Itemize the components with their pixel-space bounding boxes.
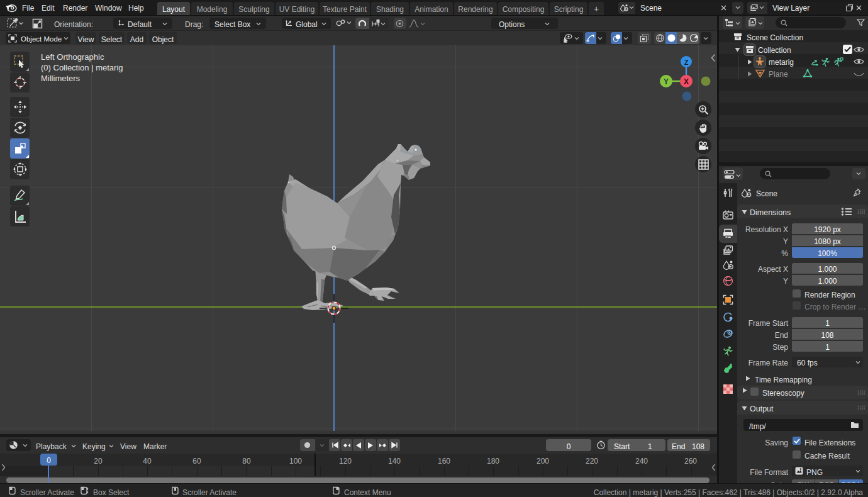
svg-text:Z: Z (684, 59, 689, 66)
svg-text:X: X (684, 77, 689, 86)
svg-text:Y: Y (664, 77, 669, 86)
